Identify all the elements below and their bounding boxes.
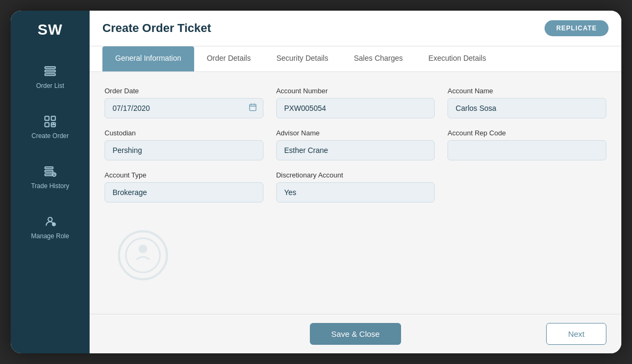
svg-point-24 xyxy=(126,238,160,272)
tab-sales-charges[interactable]: Sales Charges xyxy=(341,46,415,71)
tab-execution-details[interactable]: Execution Details xyxy=(415,46,499,71)
sidebar-item-create-order[interactable]: Create Order xyxy=(11,110,90,144)
svg-point-25 xyxy=(139,245,147,253)
replicate-button[interactable]: REPLICATE xyxy=(545,20,609,36)
sidebar-item-trade-history-label: Trade History xyxy=(31,182,69,190)
account-name-input[interactable] xyxy=(447,98,606,118)
svg-rect-9 xyxy=(45,167,53,168)
svg-rect-4 xyxy=(51,116,55,120)
app-logo: SW xyxy=(37,21,62,38)
account-rep-code-label: Account Rep Code xyxy=(447,129,606,137)
custodian-group: Custodian xyxy=(105,129,263,160)
svg-rect-0 xyxy=(45,67,55,68)
sidebar-item-manage-role[interactable]: Manage Role xyxy=(11,210,90,244)
order-date-input[interactable] xyxy=(105,98,263,118)
tab-security-details[interactable]: Security Details xyxy=(263,46,341,71)
order-date-group: Order Date xyxy=(105,87,263,118)
sidebar-item-trade-history[interactable]: Trade History xyxy=(11,160,90,194)
discretionary-account-label: Discretionary Account xyxy=(276,171,435,179)
svg-rect-1 xyxy=(45,70,55,72)
tab-order-details[interactable]: Order Details xyxy=(194,46,263,71)
watermark xyxy=(116,229,170,282)
svg-rect-3 xyxy=(45,116,49,120)
account-name-label: Account Name xyxy=(447,87,606,95)
main-content: Create Order Ticket REPLICATE General In… xyxy=(90,11,621,353)
account-type-label: Account Type xyxy=(105,171,263,179)
account-number-group: Account Number xyxy=(276,87,435,118)
create-order-icon xyxy=(43,114,58,129)
order-date-wrapper xyxy=(105,98,263,118)
sidebar-item-create-order-label: Create Order xyxy=(31,132,69,140)
svg-rect-5 xyxy=(45,123,49,127)
form-grid: Order Date A xyxy=(105,87,606,203)
sidebar-item-manage-role-label: Manage Role xyxy=(31,232,69,240)
discretionary-account-input[interactable] xyxy=(276,182,435,203)
sidebar-item-order-list[interactable]: Order List xyxy=(11,60,90,94)
advisor-name-label: Advisor Name xyxy=(276,129,435,137)
save-close-button[interactable]: Save & Close xyxy=(310,323,401,345)
custodian-input[interactable] xyxy=(105,140,263,160)
discretionary-account-group: Discretionary Account xyxy=(276,171,435,203)
trade-history-icon xyxy=(43,164,58,179)
svg-rect-10 xyxy=(45,171,53,172)
next-button[interactable]: Next xyxy=(546,323,606,345)
account-name-group: Account Name xyxy=(447,87,606,118)
account-number-label: Account Number xyxy=(276,87,435,95)
form-area: Order Date A xyxy=(90,72,621,314)
account-rep-code-input[interactable] xyxy=(447,140,606,160)
account-rep-code-group: Account Rep Code xyxy=(447,129,606,160)
svg-rect-2 xyxy=(45,74,55,75)
form-footer: Save & Close Next xyxy=(90,314,621,353)
custodian-label: Custodian xyxy=(105,129,263,137)
advisor-name-input[interactable] xyxy=(276,140,435,160)
order-list-icon xyxy=(43,64,58,79)
tab-general-information[interactable]: General Information xyxy=(102,46,194,71)
account-number-input[interactable] xyxy=(276,98,435,118)
advisor-name-group: Advisor Name xyxy=(276,129,435,160)
page-header: Create Order Ticket REPLICATE xyxy=(90,11,621,46)
tab-bar: General Information Order Details Securi… xyxy=(90,46,621,72)
manage-role-icon xyxy=(43,214,58,229)
sidebar-item-order-list-label: Order List xyxy=(36,82,65,90)
page-title: Create Order Ticket xyxy=(102,21,211,35)
account-type-input[interactable] xyxy=(105,182,263,203)
sidebar: SW Order List Create Order xyxy=(11,11,90,353)
svg-rect-11 xyxy=(45,174,53,175)
svg-point-15 xyxy=(48,217,52,222)
account-type-group: Account Type xyxy=(105,171,263,203)
order-date-label: Order Date xyxy=(105,87,263,95)
